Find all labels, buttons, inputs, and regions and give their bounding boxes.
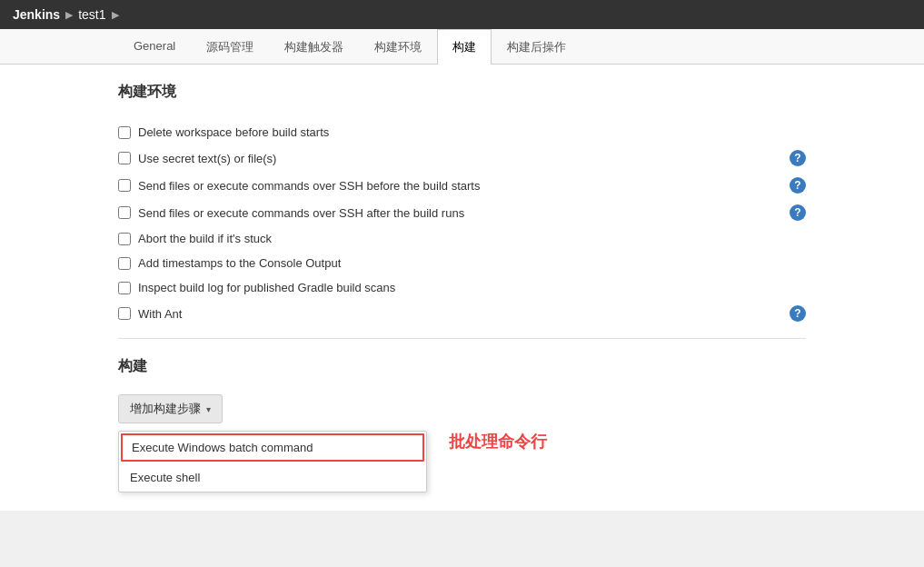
checkbox-gradle-scans[interactable]: [118, 282, 131, 294]
checkbox-label-8: With Ant: [138, 307, 782, 321]
project-link[interactable]: test1: [78, 7, 105, 22]
checkbox-label-5: Abort the build if it's stuck: [138, 232, 806, 245]
checkbox-row-8: With Ant ?: [118, 300, 806, 327]
main-content: General 源码管理 构建触发器 构建环境 构建 构建后操作 构建环境 De…: [0, 29, 924, 511]
checkbox-abort-stuck[interactable]: [118, 233, 131, 245]
checkbox-label-4: Send files or execute commands over SSH …: [138, 206, 782, 220]
content-area: 构建环境 Delete workspace before build start…: [0, 65, 924, 511]
checkbox-row-2: Use secret text(s) or file(s) ?: [118, 144, 806, 172]
checkbox-row-7: Inspect build log for published Gradle b…: [118, 275, 806, 300]
jenkins-link[interactable]: Jenkins: [13, 7, 60, 22]
checkbox-label-2: Use secret text(s) or file(s): [138, 152, 782, 165]
dropdown-arrow-icon: ▾: [206, 404, 211, 414]
checkbox-ssh-after[interactable]: [118, 206, 131, 219]
dropdown-item-win-batch[interactable]: Execute Windows batch command: [121, 433, 424, 462]
dropdown-item-shell[interactable]: Execute shell: [119, 463, 426, 492]
help-icon-ssh-before[interactable]: ?: [790, 177, 806, 194]
section-divider: [118, 338, 806, 339]
help-icon-ssh-after[interactable]: ?: [790, 204, 806, 221]
build-section-title: 构建: [118, 357, 806, 380]
help-icon-ant[interactable]: ?: [790, 305, 806, 322]
checkbox-label-3: Send files or execute commands over SSH …: [138, 179, 782, 193]
topbar: Jenkins ▶ test1 ▶: [0, 0, 924, 29]
build-section: 构建 增加构建步骤 ▾ Execute Windows batch comman…: [118, 357, 806, 492]
annotation-label: 批处理命令行: [449, 431, 547, 453]
tab-triggers[interactable]: 构建触发器: [269, 29, 359, 65]
add-build-step-label: 增加构建步骤: [130, 401, 201, 417]
checkbox-row-4: Send files or execute commands over SSH …: [118, 199, 806, 226]
checkbox-row-1: Delete workspace before build starts: [118, 120, 806, 144]
checkbox-with-ant[interactable]: [118, 307, 131, 320]
breadcrumb-chevron-1: ▶: [65, 9, 73, 21]
checkbox-label-6: Add timestamps to the Console Output: [138, 256, 806, 270]
help-icon-secret[interactable]: ?: [790, 150, 806, 166]
checkbox-timestamps[interactable]: [118, 257, 131, 270]
build-env-title: 构建环境: [118, 83, 806, 105]
checkbox-secret-text[interactable]: [118, 152, 131, 164]
breadcrumb-chevron-2: ▶: [112, 9, 119, 21]
add-build-step-button[interactable]: 增加构建步骤 ▾: [118, 394, 223, 423]
tab-scm[interactable]: 源码管理: [191, 29, 269, 65]
dropdown-area: Execute Windows batch command Execute sh…: [118, 431, 806, 492]
add-build-dropdown: Execute Windows batch command Execute sh…: [118, 431, 427, 492]
checkbox-row-3: Send files or execute commands over SSH …: [118, 172, 806, 199]
checkbox-row-6: Add timestamps to the Console Output: [118, 251, 806, 275]
checkbox-ssh-before[interactable]: [118, 179, 131, 192]
tab-general[interactable]: General: [118, 29, 191, 65]
checkbox-label-7: Inspect build log for published Gradle b…: [138, 281, 806, 294]
tab-build[interactable]: 构建: [437, 29, 492, 65]
tab-post[interactable]: 构建后操作: [492, 29, 581, 65]
checkbox-delete-workspace[interactable]: [118, 126, 131, 139]
tab-bar: General 源码管理 构建触发器 构建环境 构建 构建后操作: [0, 29, 924, 65]
tab-env[interactable]: 构建环境: [359, 29, 437, 65]
checkbox-label-1: Delete workspace before build starts: [138, 125, 806, 139]
checkbox-row-5: Abort the build if it's stuck: [118, 226, 806, 251]
